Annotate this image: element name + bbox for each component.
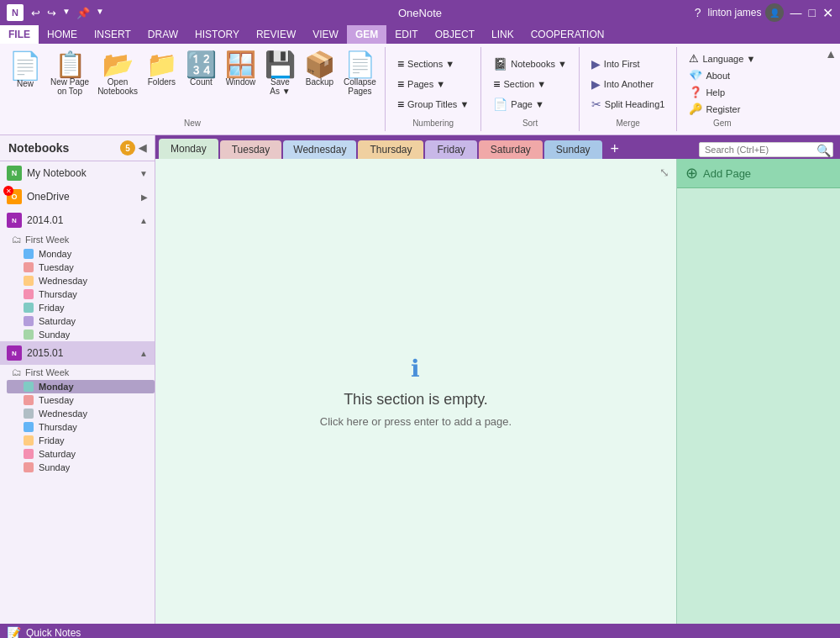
menu-item-history[interactable]: HISTORY xyxy=(186,25,248,44)
tab-wednesday[interactable]: Wednesday xyxy=(283,140,356,159)
first-week-header-2015[interactable]: 🗂 First Week xyxy=(7,365,155,380)
toolbar-dropdown[interactable]: ▼ xyxy=(60,7,72,19)
folders-button[interactable]: 📁 Folders xyxy=(143,50,181,88)
section-tuesday-2014[interactable]: Tuesday xyxy=(7,261,155,274)
tab-sunday[interactable]: Sunday xyxy=(544,140,602,159)
split-heading-button[interactable]: ✂ Split Heading1 xyxy=(588,96,669,113)
section-dot-thursday-2015 xyxy=(24,422,34,432)
section-friday-2015[interactable]: Friday xyxy=(7,434,155,447)
empty-message: ℹ This section is empty. Click here or p… xyxy=(320,355,512,428)
section-dot-saturday-2015 xyxy=(24,449,34,459)
section-monday-2014[interactable]: Monday xyxy=(7,247,155,261)
section-saturday-2014[interactable]: Saturday xyxy=(7,314,155,328)
section-thursday-2015[interactable]: Thursday xyxy=(7,420,155,434)
tab-thursday[interactable]: Thursday xyxy=(358,140,423,159)
menu-item-insert[interactable]: INSERT xyxy=(86,25,139,44)
into-another-button[interactable]: ▶ Into Another xyxy=(588,76,669,92)
page-sort-button[interactable]: 📄 Page ▼ xyxy=(490,96,570,113)
redo-btn[interactable]: ↪ xyxy=(45,7,59,19)
about-button[interactable]: 💎 About xyxy=(685,67,759,83)
page-sort-icon: 📄 xyxy=(493,98,507,111)
search-icon[interactable]: 🔍 xyxy=(816,144,831,157)
first-week-label-2015: First Week xyxy=(25,367,69,377)
new-button[interactable]: 📄 New xyxy=(5,50,45,90)
tab-friday[interactable]: Friday xyxy=(425,140,476,159)
status-bar: 📝 Quick Notes xyxy=(0,624,840,638)
add-page-button[interactable]: ⊕ Add Page xyxy=(677,159,840,188)
ribbon-collapse-button[interactable]: ▲ xyxy=(825,47,837,61)
section-dot-wednesday-2015 xyxy=(24,409,34,419)
section-sunday-2014[interactable]: Sunday xyxy=(7,328,155,341)
quick-notes-button[interactable]: 📝 Quick Notes xyxy=(7,626,81,638)
section-dot-monday-2014 xyxy=(24,249,34,259)
register-button[interactable]: 🔑 Register xyxy=(685,101,759,117)
section-sort-icon: ≡ xyxy=(493,77,500,91)
section-dot-sunday-2015 xyxy=(24,462,34,472)
menu-item-home[interactable]: HOME xyxy=(39,25,86,44)
menu-item-edit[interactable]: EDIT xyxy=(386,25,426,44)
tab-tuesday[interactable]: Tuesday xyxy=(220,140,282,159)
collapse-pages-button[interactable]: 📄 CollapsePages xyxy=(340,50,380,98)
menu-item-file[interactable]: FILE xyxy=(0,25,39,44)
notebooks-sort-icon: 📓 xyxy=(493,57,507,71)
section-saturday-2015[interactable]: Saturday xyxy=(7,447,155,461)
section-label-saturday-2015: Saturday xyxy=(39,449,76,459)
notebook-item-onedrive[interactable]: O ✕ OneDrive ▶ xyxy=(0,185,155,208)
new-page-top-button[interactable]: 📋 New Pageon Top xyxy=(47,50,92,98)
notebook-item-my-notebook[interactable]: N My Notebook ▼ xyxy=(0,161,155,185)
section-monday-2015[interactable]: Monday xyxy=(7,380,155,393)
section-wednesday-2014[interactable]: Wednesday xyxy=(7,274,155,287)
tab-monday[interactable]: Monday xyxy=(159,139,218,159)
section-wednesday-2015[interactable]: Wednesday xyxy=(7,407,155,420)
open-notebooks-button[interactable]: 📂 OpenNotebooks xyxy=(94,50,141,98)
notebook-item-2015[interactable]: N 2015.01 ▲ xyxy=(0,341,155,365)
menu-item-gem[interactable]: GEM xyxy=(347,25,386,44)
close-btn[interactable]: ✕ xyxy=(822,5,833,21)
backup-button[interactable]: 📦 Backup xyxy=(301,50,339,88)
tab-saturday[interactable]: Saturday xyxy=(479,140,543,159)
window-button[interactable]: 🪟 Window xyxy=(222,50,260,88)
menu-item-cooperation[interactable]: COOPERATION xyxy=(522,25,613,44)
section-friday-2014[interactable]: Friday xyxy=(7,301,155,314)
count-button[interactable]: 🔢 Count xyxy=(182,50,220,88)
info-icon: ℹ xyxy=(320,355,512,382)
window-icon: 🪟 xyxy=(225,52,256,77)
sections-numbering-button[interactable]: ≡ Sections ▼ xyxy=(394,55,472,72)
first-week-header-2014[interactable]: 🗂 First Week xyxy=(7,232,155,247)
section-sort-button[interactable]: ≡ Section ▼ xyxy=(490,76,570,92)
collapse-pages-label: CollapsePages xyxy=(344,77,376,96)
page-content[interactable]: ℹ This section is empty. Click here or p… xyxy=(155,159,676,624)
menu-item-review[interactable]: REVIEW xyxy=(248,25,304,44)
pages-numbering-button[interactable]: ≡ Pages ▼ xyxy=(394,76,472,92)
notebooks-sort-button[interactable]: 📓 Notebooks ▼ xyxy=(490,55,570,72)
undo-btn[interactable]: ↩ xyxy=(29,7,43,19)
section-dot-tuesday-2014 xyxy=(24,262,34,272)
section-thursday-2014[interactable]: Thursday xyxy=(7,287,155,301)
notebook-2015-arrow: ▲ xyxy=(139,349,148,358)
section-tuesday-2015[interactable]: Tuesday xyxy=(7,393,155,407)
my-notebook-icon: N xyxy=(7,166,22,181)
menu-item-view[interactable]: VIEW xyxy=(304,25,347,44)
pin-btn[interactable]: 📌 xyxy=(74,7,92,19)
language-button[interactable]: ⚠ Language ▼ xyxy=(685,50,759,66)
help-ribbon-button[interactable]: ❓ Help xyxy=(685,84,759,100)
save-as-button[interactable]: 💾 SaveAs ▼ xyxy=(261,50,299,98)
help-btn[interactable]: ? xyxy=(695,6,701,19)
notebook-item-2014[interactable]: N 2014.01 ▲ xyxy=(0,208,155,232)
add-tab-button[interactable]: + xyxy=(604,139,627,159)
menu-item-object[interactable]: OBJECT xyxy=(427,25,483,44)
ribbon-group-sort: 📓 Notebooks ▼ ≡ Section ▼ 📄 Page ▼ Sort xyxy=(481,47,580,131)
search-input[interactable] xyxy=(699,142,833,157)
into-first-button[interactable]: ▶ Into First xyxy=(588,55,669,72)
menu-item-link[interactable]: LINK xyxy=(483,25,522,44)
expand-button[interactable]: ⤡ xyxy=(659,166,669,179)
minimize-btn[interactable]: — xyxy=(790,6,802,19)
menu-item-draw[interactable]: DRAW xyxy=(139,25,186,44)
section-dot-wednesday-2014 xyxy=(24,276,34,286)
group-titles-button[interactable]: ≡ Group Titles ▼ xyxy=(394,96,472,113)
toolbar-more[interactable]: ▼ xyxy=(94,7,106,19)
maximize-btn[interactable]: □ xyxy=(809,6,816,19)
sidebar-collapse-btn[interactable]: ◀ xyxy=(139,142,146,154)
section-sunday-2015[interactable]: Sunday xyxy=(7,461,155,474)
logo: N xyxy=(7,4,24,21)
